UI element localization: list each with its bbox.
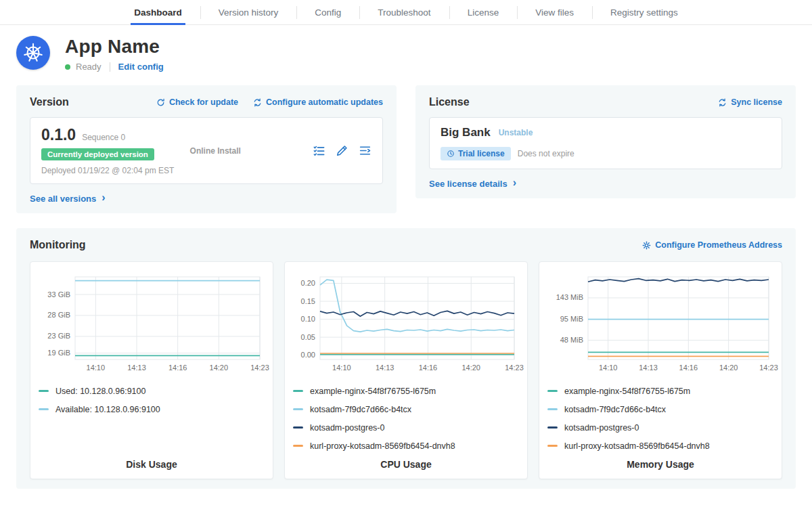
- svg-text:0.00: 0.00: [301, 351, 315, 359]
- configure-automatic-updates-label: Configure automatic updates: [266, 97, 383, 107]
- customer-name: Big Bank: [441, 126, 491, 139]
- chart-title: Memory Usage: [547, 455, 773, 470]
- legend-item: kotsadm-postgres-0: [547, 418, 773, 437]
- legend-color-dash: [293, 426, 303, 429]
- tab-version-history[interactable]: Version history: [200, 0, 297, 24]
- svg-text:14:10: 14:10: [599, 364, 618, 372]
- legend-item: Used: 10.128.0.96:9100: [39, 382, 265, 400]
- configure-prometheus-link[interactable]: Configure Prometheus Address: [642, 240, 782, 250]
- configure-prometheus-label: Configure Prometheus Address: [655, 240, 782, 250]
- legend-item: Available: 10.128.0.96:9100: [39, 400, 265, 418]
- svg-text:0.05: 0.05: [301, 333, 315, 341]
- tab-license[interactable]: License: [449, 0, 518, 24]
- legend-label: kurl-proxy-kotsadm-8569fb6454-dnvh8: [564, 441, 710, 451]
- license-name-row: Big Bank Unstable: [441, 126, 771, 139]
- legend-label: example-nginx-54f8f76755-l675m: [564, 387, 690, 396]
- tab-troubleshoot[interactable]: Troubleshoot: [359, 0, 449, 24]
- svg-text:33 GiB: 33 GiB: [47, 290, 70, 299]
- chart-title: CPU Usage: [293, 455, 519, 470]
- top-navigation: Dashboard Version history Config Trouble…: [0, 0, 812, 25]
- install-type-label: Online Install: [190, 146, 313, 156]
- legend-item: example-nginx-54f8f76755-l675m: [547, 382, 773, 400]
- tab-config[interactable]: Config: [296, 0, 359, 24]
- svg-text:95 MiB: 95 MiB: [560, 315, 583, 323]
- legend-color-dash: [547, 426, 558, 429]
- svg-text:143 MiB: 143 MiB: [556, 294, 583, 302]
- svg-text:19 GiB: 19 GiB: [47, 349, 70, 357]
- legend-label: kotsadm-7f9dc7d66c-b4tcx: [564, 405, 666, 414]
- monitoring-title: Monitoring: [30, 239, 86, 251]
- svg-text:28 GiB: 28 GiB: [47, 311, 70, 320]
- edit-yaml-icon[interactable]: [336, 144, 348, 157]
- app-header: App Name Ready Edit config: [0, 25, 812, 72]
- chart-title: Disk Usage: [39, 455, 265, 470]
- currently-deployed-badge: Currently deployed version: [41, 148, 154, 160]
- see-all-versions-link[interactable]: See all versions ›: [30, 193, 106, 204]
- cpu-usage-plot: 0.000.050.100.150.2014:1014:1314:1614:20…: [293, 270, 519, 376]
- memory-usage-chart-card: 48 MiB95 MiB143 MiB14:1014:1314:1614:201…: [539, 261, 782, 479]
- license-details-card: Big Bank Unstable Trial license Does not…: [429, 117, 782, 169]
- deploy-logs-icon[interactable]: [359, 144, 371, 157]
- legend-label: kotsadm-postgres-0: [310, 423, 384, 433]
- current-version-card: 0.1.0 Sequence 0 Currently deployed vers…: [30, 117, 383, 184]
- svg-text:14:23: 14:23: [250, 364, 269, 372]
- legend-item: kotsadm-7f9dc7d66c-b4tcx: [547, 400, 773, 418]
- legend-item: kotsadm-postgres-0: [293, 418, 519, 437]
- release-notes-icon[interactable]: [313, 144, 325, 157]
- ready-status-dot: [65, 64, 70, 70]
- svg-text:14:10: 14:10: [332, 364, 351, 372]
- deployed-timestamp: Deployed 01/19/22 @ 02:04 pm EST: [41, 166, 174, 175]
- svg-text:14:16: 14:16: [419, 364, 438, 372]
- app-status-row: Ready Edit config: [65, 62, 164, 72]
- see-license-details-label: See license details: [429, 179, 508, 189]
- legend-color-dash: [547, 390, 558, 392]
- chevron-right-icon: ›: [513, 177, 516, 188]
- see-all-versions-label: See all versions: [30, 194, 96, 204]
- legend-color-dash: [293, 408, 303, 410]
- sequence-label: Sequence 0: [82, 133, 125, 142]
- version-actions: [313, 144, 371, 157]
- tab-registry-settings[interactable]: Registry settings: [592, 0, 696, 24]
- legend-color-dash: [547, 445, 558, 447]
- legend-label: Used: 10.128.0.96:9100: [55, 387, 145, 396]
- version-number: 0.1.0: [41, 126, 76, 144]
- tab-dashboard[interactable]: Dashboard: [116, 0, 200, 24]
- license-badge-row: Trial license Does not expire: [441, 147, 771, 160]
- sync-icon: [718, 98, 727, 107]
- configure-automatic-updates-link[interactable]: Configure automatic updates: [253, 97, 383, 107]
- legend-label: kotsadm-7f9dc7d66c-b4tcx: [310, 405, 411, 414]
- version-info: 0.1.0 Sequence 0 Currently deployed vers…: [41, 126, 190, 175]
- legend-label: Available: 10.128.0.96:9100: [55, 405, 160, 414]
- svg-text:23 GiB: 23 GiB: [47, 332, 70, 341]
- sync-license-link[interactable]: Sync license: [718, 97, 782, 107]
- chevron-right-icon: ›: [102, 192, 105, 203]
- version-card-links: Check for update Configure automatic upd…: [156, 97, 383, 107]
- version-card: Version Check for update Configure autom…: [16, 85, 397, 213]
- auto-update-cycle-icon: [253, 98, 262, 107]
- legend-label: example-nginx-54f8f76755-l675m: [310, 387, 436, 396]
- svg-text:14:13: 14:13: [376, 364, 394, 372]
- legend-color-dash: [39, 408, 49, 410]
- license-card: License Sync license Big Bank Unstable T…: [415, 85, 796, 198]
- disk-usage-chart-card: 19 GiB23 GiB28 GiB33 GiB14:1014:1314:161…: [30, 261, 273, 479]
- check-for-update-link[interactable]: Check for update: [156, 97, 238, 107]
- svg-text:14:13: 14:13: [127, 364, 146, 372]
- cpu-usage-legend: example-nginx-54f8f76755-l675mkotsadm-7f…: [293, 382, 519, 455]
- edit-config-link[interactable]: Edit config: [118, 62, 164, 72]
- version-card-header: Version Check for update Configure autom…: [30, 96, 383, 108]
- app-meta: App Name Ready Edit config: [65, 36, 164, 72]
- disk-usage-legend: Used: 10.128.0.96:9100Available: 10.128.…: [39, 382, 265, 418]
- version-card-title: Version: [30, 96, 69, 108]
- sync-license-label: Sync license: [731, 97, 782, 107]
- legend-label: kotsadm-postgres-0: [564, 423, 639, 433]
- legend-color-dash: [293, 445, 303, 447]
- license-expiry-label: Does not expire: [518, 149, 574, 158]
- svg-text:14:20: 14:20: [719, 364, 738, 372]
- tab-view-files[interactable]: View files: [517, 0, 592, 24]
- see-license-details-link[interactable]: See license details ›: [429, 178, 516, 189]
- legend-color-dash: [293, 390, 303, 392]
- clock-icon: [447, 150, 455, 158]
- app-status-label: Ready: [76, 62, 102, 72]
- license-card-header: License Sync license: [429, 96, 782, 108]
- charts-row: 19 GiB23 GiB28 GiB33 GiB14:1014:1314:161…: [30, 261, 782, 479]
